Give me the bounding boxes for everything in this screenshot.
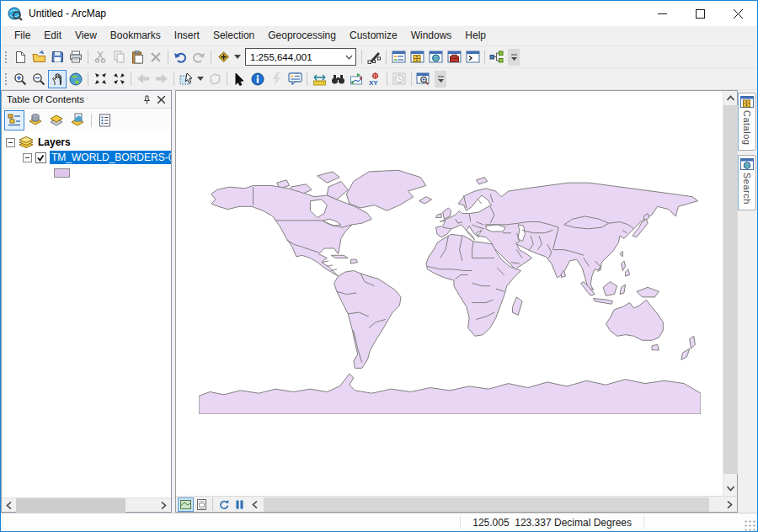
search-window-button[interactable] xyxy=(426,48,445,66)
new-document-button[interactable] xyxy=(11,48,29,66)
fixed-zoom-out-button[interactable] xyxy=(109,70,128,88)
forward-extent-button[interactable] xyxy=(152,70,171,88)
redo-button[interactable] xyxy=(190,48,208,66)
toc-horizontal-scrollbar[interactable] xyxy=(2,497,171,512)
pause-drawing-button[interactable] xyxy=(232,497,248,512)
menu-insert[interactable]: Insert xyxy=(168,26,206,45)
toc-close-button[interactable] xyxy=(154,93,168,107)
toc-pin-button[interactable] xyxy=(140,93,154,107)
refresh-button[interactable] xyxy=(216,497,232,512)
scroll-thumb[interactable] xyxy=(264,497,709,512)
modelbuilder-button[interactable] xyxy=(488,48,506,66)
time-slider-button[interactable] xyxy=(390,70,408,88)
scroll-track[interactable] xyxy=(723,105,737,481)
search-dock-tab[interactable]: Search xyxy=(738,155,756,210)
pan-button[interactable] xyxy=(48,70,67,88)
data-view-button[interactable] xyxy=(178,497,194,512)
add-data-dropdown[interactable] xyxy=(232,48,243,66)
map-canvas[interactable] xyxy=(176,91,723,496)
cut-button[interactable] xyxy=(91,48,109,66)
zoom-out-button[interactable] xyxy=(29,70,48,88)
go-to-xy-button[interactable]: XY xyxy=(366,70,384,88)
collapse-expander[interactable] xyxy=(23,153,32,162)
toolbar-grip[interactable] xyxy=(3,72,8,87)
find-route-button[interactable] xyxy=(347,70,366,88)
list-by-selection-button[interactable] xyxy=(67,110,88,130)
close-button[interactable] xyxy=(719,1,757,26)
map-vertical-scrollbar[interactable] xyxy=(723,91,737,496)
toolbar-options-button[interactable] xyxy=(435,71,446,88)
menu-help[interactable]: Help xyxy=(458,26,493,45)
menu-edit[interactable]: Edit xyxy=(37,26,68,45)
open-button[interactable] xyxy=(29,48,48,66)
copy-button[interactable] xyxy=(109,48,128,66)
toolbar-grip[interactable] xyxy=(3,50,8,65)
full-extent-button[interactable] xyxy=(67,70,85,88)
save-button[interactable] xyxy=(48,48,67,66)
menu-windows[interactable]: Windows xyxy=(404,26,459,45)
map-horizontal-scrollbar[interactable] xyxy=(264,497,723,512)
back-extent-button[interactable] xyxy=(134,70,152,88)
scale-dropdown-arrow[interactable] xyxy=(342,55,355,60)
scroll-up-button[interactable] xyxy=(723,91,738,105)
layer-row[interactable]: TM_WORLD_BORDERS-0. xyxy=(2,150,171,165)
arctoolbox-button[interactable] xyxy=(445,48,463,66)
add-data-button[interactable] xyxy=(214,48,232,66)
identify-button[interactable] xyxy=(248,70,267,88)
menu-customize[interactable]: Customize xyxy=(343,26,404,45)
toolbar-options-button[interactable] xyxy=(508,49,520,66)
scroll-down-button[interactable] xyxy=(723,481,738,496)
layers-group-label[interactable]: Layers xyxy=(38,136,71,148)
scroll-thumb[interactable] xyxy=(16,498,125,513)
title-bar[interactable]: Untitled - ArcMap xyxy=(1,1,757,26)
paste-button[interactable] xyxy=(128,48,147,66)
print-button[interactable] xyxy=(67,48,85,66)
measure-button[interactable] xyxy=(310,70,328,88)
catalog-dock-tab[interactable]: Catalog xyxy=(738,93,756,151)
scroll-right-button[interactable] xyxy=(723,497,737,512)
toc-options-button[interactable] xyxy=(94,110,115,130)
scroll-right-button[interactable] xyxy=(157,498,171,513)
list-by-drawing-order-button[interactable] xyxy=(4,110,24,130)
layers-group-row[interactable]: Layers xyxy=(2,135,171,150)
hyperlink-button[interactable] xyxy=(267,70,286,88)
python-window-button[interactable] xyxy=(463,48,482,66)
menu-bookmarks[interactable]: Bookmarks xyxy=(104,26,168,45)
map-scale-combobox[interactable]: 1:255,644,001 xyxy=(245,48,356,66)
scroll-left-button[interactable] xyxy=(2,498,16,513)
menu-file[interactable]: File xyxy=(8,26,37,45)
toc-header[interactable]: Table Of Contents xyxy=(2,91,171,109)
layout-view-button[interactable] xyxy=(194,497,210,512)
find-button[interactable] xyxy=(328,70,347,88)
select-features-dropdown[interactable] xyxy=(195,70,206,88)
menu-view[interactable]: View xyxy=(68,26,104,45)
scroll-thumb[interactable] xyxy=(723,105,738,474)
minimize-button[interactable] xyxy=(643,1,681,26)
scroll-left-button[interactable] xyxy=(248,497,262,512)
list-by-visibility-button[interactable] xyxy=(46,110,67,130)
layer-symbol-row[interactable] xyxy=(2,165,171,180)
layer-symbol-swatch[interactable] xyxy=(54,168,70,178)
layer-visibility-checkbox[interactable] xyxy=(35,152,46,163)
catalog-window-button[interactable] xyxy=(408,48,426,66)
maximize-button[interactable] xyxy=(681,1,719,26)
html-popup-button[interactable] xyxy=(286,70,304,88)
select-features-button[interactable] xyxy=(177,70,195,88)
menu-geoprocessing[interactable]: Geoprocessing xyxy=(261,26,343,45)
delete-button[interactable] xyxy=(147,48,165,66)
zoom-in-button[interactable] xyxy=(11,70,29,88)
list-by-source-button[interactable] xyxy=(25,110,45,130)
layer-name-selected[interactable]: TM_WORLD_BORDERS-0. xyxy=(50,151,171,164)
toc-toolbar xyxy=(2,109,171,131)
menu-selection[interactable]: Selection xyxy=(206,26,261,45)
editor-toolbar-button[interactable] xyxy=(365,48,383,66)
table-of-contents-button[interactable] xyxy=(389,48,408,66)
select-elements-button[interactable] xyxy=(230,70,248,88)
fixed-zoom-in-button[interactable] xyxy=(91,70,109,88)
clear-selection-button[interactable] xyxy=(206,70,224,88)
scroll-track[interactable] xyxy=(16,498,157,513)
resize-grip[interactable] xyxy=(744,519,755,531)
undo-button[interactable] xyxy=(171,48,190,66)
viewer-window-button[interactable] xyxy=(414,70,433,88)
collapse-expander[interactable] xyxy=(6,138,15,147)
